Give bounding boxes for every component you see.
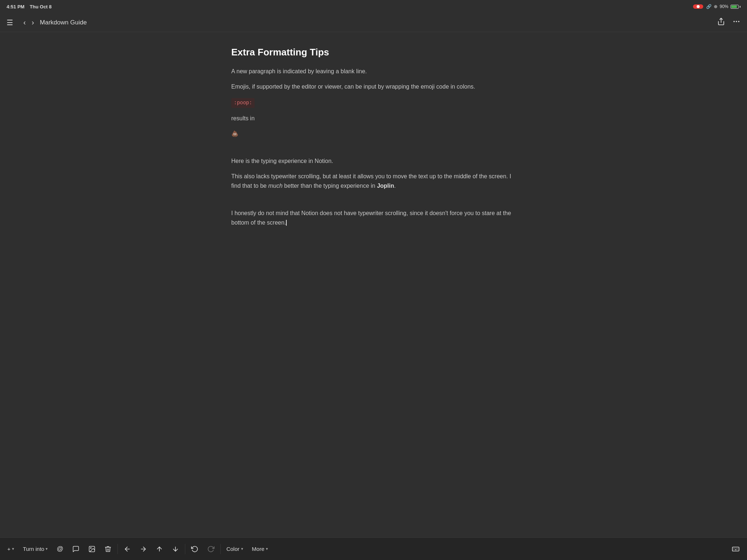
status-right: 🔗 ⊕ 90% (693, 4, 740, 9)
paragraph-5[interactable]: I honestly do not mind that Notion does … (231, 209, 516, 228)
status-time: 4:51 PM (7, 4, 24, 9)
para4-italic: much (268, 183, 282, 189)
down-arrow-button[interactable] (168, 542, 183, 556)
more-label: More (252, 546, 264, 552)
add-chevron: ▾ (12, 547, 14, 551)
up-arrow-button[interactable] (152, 542, 167, 556)
code-example-line: :poop: (231, 98, 516, 108)
redo-button[interactable] (204, 542, 218, 556)
svg-point-1 (734, 21, 735, 22)
battery-bar (731, 5, 739, 9)
page-title: Markdown Guide (40, 19, 716, 26)
para4-suffix: better than the typing experience in (283, 183, 377, 189)
image-button[interactable] (85, 542, 99, 556)
right-arrow-button[interactable] (136, 542, 151, 556)
right-arrow-icon (140, 545, 147, 553)
paragraph-3[interactable]: Here is the typing experience in Notion. (231, 156, 516, 166)
undo-button[interactable] (187, 542, 202, 556)
delete-icon (104, 545, 112, 553)
comment-icon (72, 545, 80, 553)
redo-icon (207, 545, 214, 553)
comment-button[interactable] (69, 542, 83, 556)
record-button[interactable] (693, 4, 703, 9)
add-button[interactable]: + ▾ (4, 543, 18, 555)
image-icon (88, 545, 96, 553)
color-chevron: ▾ (241, 547, 243, 551)
svg-point-3 (738, 21, 740, 22)
document-content: Extra Formatting Tips A new paragraph is… (217, 47, 530, 228)
menu-icon[interactable]: ☰ (5, 17, 15, 28)
left-arrow-icon (124, 545, 131, 553)
status-bar: 4:51 PM Thu Oct 8 🔗 ⊕ 90% (0, 0, 747, 13)
para5-text: I honestly do not mind that Notion does … (231, 210, 511, 226)
status-date: Thu Oct 8 (30, 4, 52, 9)
status-time-date: 4:51 PM Thu Oct 8 (7, 4, 52, 9)
results-in-text: results in (231, 114, 516, 123)
paragraph-4[interactable]: This also lacks typewriter scrolling, bu… (231, 172, 516, 191)
forward-button[interactable]: › (29, 17, 37, 28)
undo-icon (191, 545, 198, 553)
bottom-toolbar: + ▾ Turn into ▾ @ (0, 537, 747, 560)
svg-point-2 (736, 21, 737, 22)
link-icon: 🔗 (706, 4, 712, 9)
turn-into-button[interactable]: Turn into ▾ (19, 543, 52, 555)
toolbar-divider-3 (220, 544, 221, 554)
battery-icon (731, 5, 740, 9)
svg-rect-10 (732, 547, 739, 551)
record-dot (697, 5, 700, 8)
back-button[interactable]: ‹ (20, 17, 29, 28)
color-label: Color (227, 546, 240, 552)
toolbar-divider-2 (185, 544, 185, 554)
battery-fill (731, 5, 737, 8)
keyboard-button[interactable] (728, 542, 743, 556)
spacer-1 (231, 145, 516, 156)
color-button[interactable]: Color ▾ (223, 543, 247, 555)
share-button[interactable] (716, 16, 727, 29)
para4-bold: Joplin (377, 183, 394, 189)
nav-bar: ☰ ‹ › Markdown Guide (0, 13, 747, 32)
more-options-button[interactable]: More ▾ (248, 543, 272, 555)
paragraph-2[interactable]: Emojis, if supported by the editor or vi… (231, 82, 516, 92)
battery-tip (740, 6, 740, 8)
content-area: Extra Formatting Tips A new paragraph is… (0, 32, 747, 537)
up-arrow-icon (156, 545, 163, 553)
para4-end: . (394, 183, 395, 189)
svg-point-5 (90, 547, 92, 548)
delete-button[interactable] (101, 542, 115, 556)
add-icon: + (7, 546, 11, 552)
more-button[interactable] (731, 16, 742, 29)
status-icons: 🔗 ⊕ 90% (706, 4, 740, 9)
document-heading: Extra Formatting Tips (231, 47, 516, 58)
turn-into-label: Turn into (23, 546, 44, 552)
emoji-display: 💩 (231, 129, 516, 139)
text-cursor (286, 220, 287, 226)
turn-into-chevron: ▾ (46, 547, 48, 551)
code-inline: :poop: (231, 98, 255, 108)
more-chevron: ▾ (266, 547, 268, 551)
left-arrow-button[interactable] (120, 542, 135, 556)
paragraph-1[interactable]: A new paragraph is indicated by leaving … (231, 67, 516, 76)
at-button[interactable]: @ (53, 542, 67, 556)
down-arrow-icon (172, 545, 179, 553)
spacer-2 (231, 197, 516, 209)
at-icon: @ (57, 545, 63, 553)
location-icon: ⊕ (714, 4, 717, 9)
keyboard-icon (732, 545, 740, 553)
battery-percent: 90% (720, 4, 728, 9)
nav-actions (716, 16, 742, 29)
toolbar-divider-1 (117, 544, 118, 554)
